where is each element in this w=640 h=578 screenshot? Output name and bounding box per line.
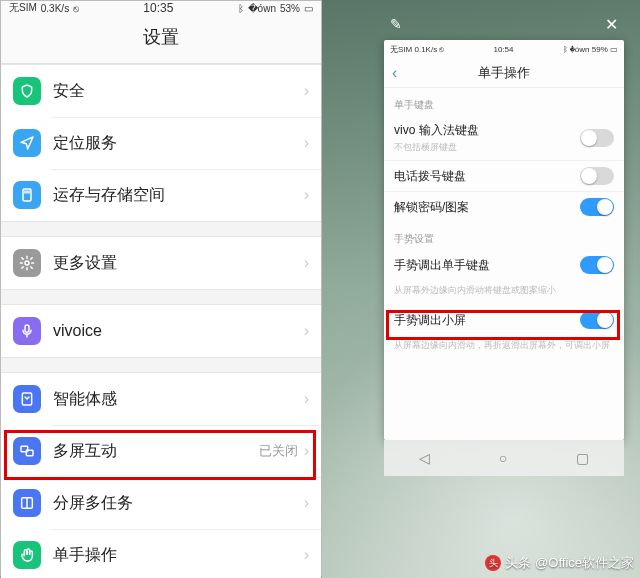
net-speed: 0.3K/s (41, 3, 69, 14)
settings-row[interactable]: 智能体感› (1, 373, 321, 425)
row-label: 单手操作 (53, 545, 304, 566)
row-label: 分屏多任务 (53, 493, 304, 514)
hint-text: 从屏幕外边缘向内滑动将键盘或图案缩小 (384, 280, 624, 305)
row-label: 手势调出单手键盘 (394, 257, 580, 274)
hand-icon (13, 541, 41, 569)
settings-row[interactable]: 多屏互动已关闭› (1, 425, 321, 477)
nav-recent-icon[interactable]: ▢ (576, 450, 589, 466)
logo-icon: 头 (485, 555, 501, 571)
settings-row[interactable]: 运存与存储空间› (1, 169, 321, 221)
usb-icon: ⎋ (73, 3, 79, 14)
chevron-right-icon: › (304, 390, 309, 408)
sense-icon (13, 385, 41, 413)
settings-row[interactable]: 单手操作› (1, 529, 321, 578)
row-label: 安全 (53, 81, 304, 102)
shield-icon (13, 77, 41, 105)
page-title: 设置 (1, 15, 321, 64)
gear-icon (13, 249, 41, 277)
battery-text: 59% (592, 45, 608, 54)
row-label: 定位服务 (53, 133, 304, 154)
chevron-right-icon: › (304, 322, 309, 340)
location-icon (13, 129, 41, 157)
row-label: 手势调出小屏 (394, 312, 580, 329)
clock: 10:54 (493, 45, 513, 54)
net-speed: 0.1K/s (414, 45, 437, 54)
toggle-switch[interactable] (580, 256, 614, 274)
battery-text: 53% (280, 3, 300, 14)
android-navbar: ◁ ○ ▢ (384, 440, 624, 476)
chevron-right-icon: › (304, 546, 309, 564)
clock: 10:35 (143, 1, 173, 15)
edit-icon[interactable]: ✎ (390, 16, 402, 32)
status-bar-right: 无SIM 0.1K/s ⎋ 10:54 ᛒ �ówn 59% ▭ (384, 40, 624, 58)
mic-icon (13, 317, 41, 345)
settings-group: vivoice› (1, 304, 321, 358)
chevron-right-icon: › (304, 494, 309, 512)
nav-back-icon[interactable]: ◁ (419, 450, 430, 466)
floating-window-bar: ✎ ✕ (384, 10, 624, 38)
chevron-right-icon: › (304, 134, 309, 152)
row-label: 更多设置 (53, 253, 304, 274)
chevron-right-icon: › (304, 186, 309, 204)
settings-row[interactable]: vivo 输入法键盘不包括横屏键盘 (384, 116, 624, 160)
settings-row[interactable]: 电话拨号键盘 (384, 160, 624, 191)
toggle-switch[interactable] (580, 311, 614, 329)
row-label: 运存与存储空间 (53, 185, 304, 206)
row-label: vivoice (53, 322, 304, 340)
wifi-icon: �ówn (248, 3, 276, 14)
settings-row[interactable]: 定位服务› (1, 117, 321, 169)
row-label: 电话拨号键盘 (394, 168, 580, 185)
settings-group: 安全›定位服务›运存与存储空间› (1, 64, 321, 222)
nav-home-icon[interactable]: ○ (499, 450, 507, 466)
settings-row[interactable]: 解锁密码/图案 (384, 191, 624, 222)
row-sublabel: 已关闭 (259, 442, 298, 460)
settings-row[interactable]: 更多设置› (1, 237, 321, 289)
row-label: 智能体感 (53, 389, 304, 410)
cast-icon (13, 437, 41, 465)
right-phone-screen: 无SIM 0.1K/s ⎋ 10:54 ᛒ �ówn 59% ▭ ‹ 单手操作 … (384, 40, 624, 440)
left-phone-screen: 无SIM 0.3K/s ⎋ 10:35 ᛒ �ówn 53% ▭ 设置 安全›定… (0, 0, 322, 576)
toggle-switch[interactable] (580, 129, 614, 147)
row-sublabel: 不包括横屏键盘 (394, 141, 580, 154)
hint-text: 从屏幕边缘向内滑动，再折返滑出屏幕外，可调出小屏 (384, 335, 624, 360)
chevron-right-icon: › (304, 254, 309, 272)
settings-row[interactable]: 分屏多任务› (1, 477, 321, 529)
toggle-switch[interactable] (580, 198, 614, 216)
svg-rect-2 (25, 325, 29, 332)
sd-icon (13, 181, 41, 209)
carrier-text: 无SIM (390, 45, 412, 54)
chevron-right-icon: › (304, 442, 309, 460)
bluetooth-icon: ᛒ (238, 3, 244, 14)
close-icon[interactable]: ✕ (605, 15, 618, 34)
svg-point-1 (25, 261, 29, 265)
settings-row[interactable]: 安全› (1, 65, 321, 117)
settings-row[interactable]: 手势调出小屏 (384, 305, 624, 335)
header: ‹ 单手操作 (384, 58, 624, 88)
section-label: 单手键盘 (384, 88, 624, 116)
right-background: ✎ ✕ 无SIM 0.1K/s ⎋ 10:54 ᛒ �ówn 59% ▭ ‹ 单… (322, 0, 640, 578)
row-label: 多屏互动 (53, 441, 259, 462)
section-label: 手势设置 (384, 222, 624, 250)
settings-group: 智能体感›多屏互动已关闭›分屏多任务›单手操作›超级截屏›应用分身› (1, 372, 321, 578)
chevron-right-icon: › (304, 82, 309, 100)
settings-row[interactable]: 手势调出单手键盘 (384, 250, 624, 280)
toggle-switch[interactable] (580, 167, 614, 185)
status-bar: 无SIM 0.3K/s ⎋ 10:35 ᛒ �ówn 53% ▭ (1, 1, 321, 15)
settings-row[interactable]: vivoice› (1, 305, 321, 357)
watermark-text: 头条 @Office软件之家 (505, 554, 634, 572)
row-label: vivo 输入法键盘 (394, 122, 580, 139)
settings-group: 更多设置› (1, 236, 321, 290)
row-label: 解锁密码/图案 (394, 199, 580, 216)
split-icon (13, 489, 41, 517)
page-title: 单手操作 (392, 64, 616, 82)
carrier-text: 无SIM (9, 1, 37, 15)
battery-icon: ▭ (304, 3, 313, 14)
watermark: 头 头条 @Office软件之家 (485, 554, 634, 572)
